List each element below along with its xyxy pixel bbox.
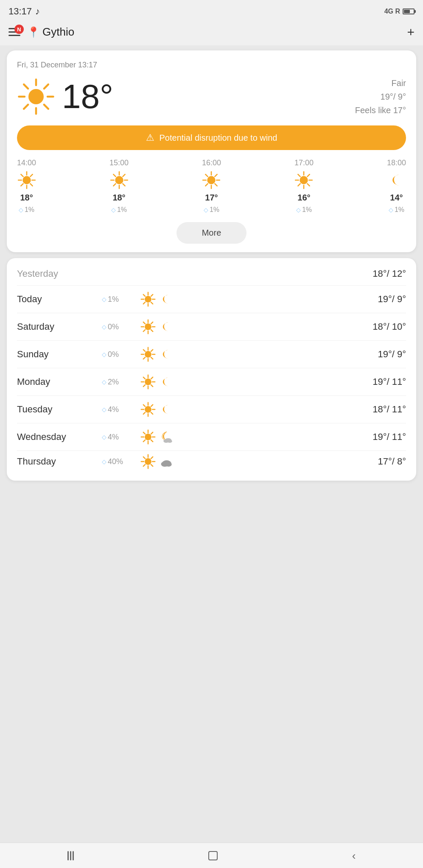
forecast-row-yesterday: Yesterday 18°/ 12° [17, 262, 406, 286]
forecast-temp: 19°/ 11° [373, 376, 406, 387]
svg-line-26 [113, 184, 115, 186]
svg-line-50 [143, 295, 145, 296]
forecast-row-saturday: Saturday ◇0% [17, 313, 406, 341]
feels-like: Feels like 17° [355, 103, 406, 117]
forecast-day: Sunday [17, 349, 102, 360]
svg-line-32 [206, 174, 208, 176]
forecast-day: Yesterday [17, 268, 102, 279]
forecast-cloud-icon [158, 454, 174, 469]
forecast-icons [136, 429, 178, 445]
svg-line-79 [151, 377, 153, 379]
home-button[interactable] [196, 847, 230, 865]
forecast-temp: 18°/ 10° [373, 321, 406, 332]
svg-line-61 [151, 322, 153, 324]
svg-point-18 [115, 176, 123, 184]
forecast-temp: 19°/ 9° [378, 349, 406, 360]
forecast-icons [136, 319, 178, 334]
back-icon: ‹ [352, 850, 356, 861]
hour-precip: ◇1% [389, 206, 404, 214]
svg-point-102 [145, 458, 151, 465]
forecast-moon-icon [158, 402, 174, 417]
hour-sun-icon [294, 171, 313, 189]
forecast-moon-icon [158, 374, 174, 389]
svg-line-70 [151, 350, 153, 351]
svg-point-27 [207, 176, 216, 184]
forecast-precip: ◇2% [102, 378, 136, 387]
svg-line-107 [143, 457, 145, 459]
svg-line-6 [44, 105, 48, 109]
sun-icon [17, 78, 55, 116]
forecast-sun-icon [140, 292, 156, 307]
forecast-precip: ◇0% [102, 350, 136, 359]
hour-precip: ◇1% [296, 206, 312, 214]
forecast-card: Yesterday 18°/ 12° Today ◇1% [7, 258, 416, 481]
more-button[interactable]: More [176, 222, 247, 244]
hour-item-3: 16:00 17° ◇1% [202, 159, 221, 214]
svg-line-80 [143, 385, 145, 387]
hour-time: 15:00 [109, 159, 129, 167]
add-location-button[interactable]: + [407, 26, 415, 39]
menu-button[interactable]: N [8, 28, 20, 36]
svg-line-5 [24, 84, 28, 89]
forecast-temp: 18°/ 11° [373, 404, 406, 415]
status-time: 13:17 [8, 6, 32, 17]
recent-apps-button[interactable] [55, 847, 87, 865]
forecast-moon-icon [158, 319, 174, 334]
forecast-precip: ◇4% [102, 405, 136, 414]
drop-icon: ◇ [102, 296, 106, 303]
hour-time: 17:00 [294, 159, 314, 167]
svg-line-44 [298, 184, 300, 186]
hour-precip: ◇1% [111, 206, 127, 214]
svg-line-43 [308, 174, 310, 176]
svg-line-60 [151, 330, 153, 331]
drop-icon: ◇ [102, 406, 106, 413]
svg-point-0 [28, 89, 44, 104]
music-icon: ♪ [35, 6, 40, 17]
back-button[interactable]: ‹ [339, 846, 369, 865]
forecast-temp: 17°/ 8° [378, 456, 406, 467]
status-icons: 4G R [384, 8, 415, 15]
hour-item-4: 17:00 16° ◇1% [294, 159, 314, 214]
current-date: Fri, 31 December 13:17 [17, 61, 406, 70]
svg-line-110 [143, 465, 145, 466]
drop-icon: ◇ [102, 351, 106, 358]
hour-time: 16:00 [202, 159, 221, 167]
svg-line-69 [151, 357, 153, 359]
location-area: 📍 Gythio [27, 25, 400, 39]
forecast-row-wednesday: Wednesday ◇4% [17, 423, 406, 451]
location-name: Gythio [42, 25, 74, 39]
hour-temp: 18° [20, 193, 33, 203]
forecast-icons [136, 292, 178, 307]
alert-banner: ⚠ Potential disruption due to wind [17, 125, 406, 150]
forecast-row-tuesday: Tuesday ◇4% [17, 396, 406, 423]
bottom-navigation: ‹ [0, 843, 423, 868]
hour-temp: 18° [112, 193, 125, 203]
hour-time: 18:00 [387, 159, 406, 167]
hour-sun-icon [17, 171, 36, 189]
svg-point-63 [145, 351, 151, 358]
forecast-temp: 19°/ 9° [378, 294, 406, 305]
svg-point-72 [145, 378, 151, 385]
forecast-partly-cloudy-icon [158, 429, 174, 445]
forecast-icons [136, 402, 178, 417]
svg-line-34 [215, 174, 217, 176]
svg-line-62 [143, 330, 145, 331]
svg-line-25 [123, 174, 125, 176]
main-content: Fri, 31 December 13:17 18° [0, 45, 423, 521]
forecast-day: Thursday [17, 456, 102, 467]
hour-moon-icon [387, 171, 406, 189]
svg-line-68 [143, 350, 145, 351]
forecast-sun-icon [140, 402, 156, 417]
forecast-temp: 18°/ 12° [373, 268, 406, 279]
status-time-area: 13:17 ♪ [8, 6, 40, 17]
forecast-row-today: Today ◇1% 19 [17, 286, 406, 313]
svg-line-17 [21, 184, 23, 186]
svg-point-113 [165, 462, 171, 467]
svg-line-89 [143, 412, 145, 414]
forecast-day: Today [17, 294, 102, 305]
weather-card: Fri, 31 December 13:17 18° [7, 50, 416, 252]
forecast-sun-icon [140, 319, 156, 334]
hour-sun-icon [202, 171, 221, 189]
svg-line-35 [206, 184, 208, 186]
alert-icon: ⚠ [146, 132, 154, 143]
